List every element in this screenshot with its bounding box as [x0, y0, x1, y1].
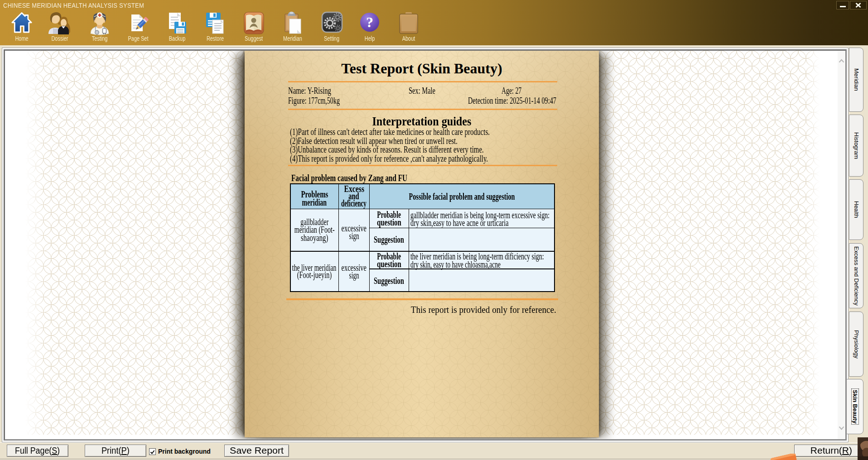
- svg-text:?: ?: [366, 14, 373, 30]
